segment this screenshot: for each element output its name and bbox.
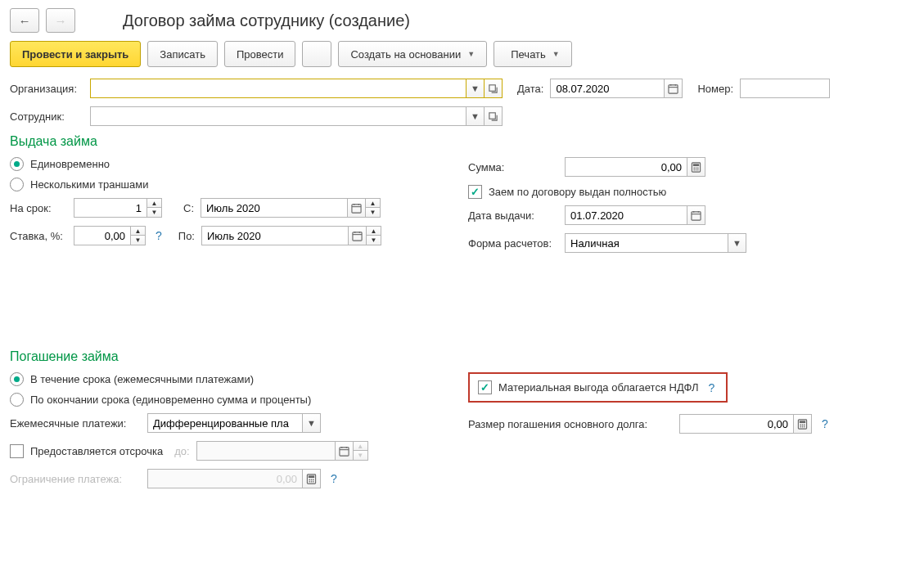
form-label: Форма расчетов: (468, 237, 558, 250)
open-icon[interactable] (485, 106, 503, 126)
chevron-down-icon: ▼ (552, 50, 560, 58)
defer-to-label: до: (174, 445, 189, 457)
defer-spinner: ▲▼ (354, 441, 368, 461)
post-and-close-button[interactable]: Провести и закрыть (10, 41, 141, 67)
employee-field[interactable]: ▼ (90, 106, 503, 126)
toolbar: Провести и закрыть Записать Провести Соз… (10, 41, 914, 67)
organization-input[interactable] (90, 79, 467, 98)
radio-icon (10, 178, 24, 191)
term-spinner[interactable]: ▲▼ (147, 198, 162, 218)
defer-checkbox[interactable]: Предоставляется отсрочка (10, 444, 163, 458)
defer-input (196, 441, 336, 461)
calendar-icon (336, 441, 354, 461)
principal-label: Размер погашения основного долга: (468, 418, 673, 430)
date-field[interactable] (550, 79, 683, 98)
checkbox-icon (10, 444, 24, 458)
dropdown-icon[interactable]: ▼ (467, 79, 485, 98)
calendar-icon[interactable] (687, 205, 705, 225)
calendar-icon[interactable] (348, 198, 366, 218)
from-input[interactable] (201, 198, 348, 218)
number-input[interactable] (740, 79, 830, 98)
ndfl-highlight-box: Материальная выгода облагается НДФЛ ? (468, 372, 728, 403)
rate-input[interactable] (74, 226, 131, 245)
employee-label: Сотрудник: (10, 110, 83, 123)
term-input[interactable] (74, 198, 147, 218)
to-label: По: (178, 230, 195, 242)
sum-label: Сумма: (468, 161, 558, 173)
issue-date-label: Дата выдачи: (468, 209, 558, 222)
radio-icon (10, 372, 24, 386)
radio-at-end[interactable]: По окончании срока (единовременно сумма … (10, 393, 435, 407)
dropdown-icon[interactable]: ▼ (467, 106, 485, 126)
create-based-on-button[interactable]: Создать на основании▼ (338, 41, 487, 67)
loan-full-checkbox[interactable]: Заем по договору выдан полностью (468, 185, 746, 199)
monthly-input[interactable] (147, 413, 303, 433)
organization-label: Организация: (10, 83, 83, 95)
open-icon[interactable] (485, 79, 503, 98)
limit-input (147, 469, 303, 488)
calculator-icon[interactable] (687, 157, 705, 177)
repay-section-title: Погашение займа (10, 349, 914, 364)
limit-label: Ограничение платежа: (10, 473, 141, 485)
help-icon[interactable]: ? (331, 472, 337, 485)
dropdown-icon[interactable]: ▼ (303, 413, 321, 433)
calculator-icon (303, 469, 321, 488)
page-title: Договор займа сотруднику (создание) (123, 11, 410, 30)
help-icon[interactable]: ? (708, 381, 714, 394)
post-button[interactable]: Провести (224, 41, 296, 67)
date-input[interactable] (550, 79, 665, 98)
organization-field[interactable]: ▼ (90, 79, 503, 98)
print-button[interactable]: Печать▼ (494, 41, 572, 67)
radio-once[interactable]: Единовременно (10, 157, 435, 171)
ndfl-checkbox[interactable] (478, 380, 492, 394)
checkbox-icon (468, 185, 482, 199)
monthly-label: Ежемесячные платежи: (10, 417, 141, 430)
help-icon[interactable]: ? (822, 417, 828, 430)
sum-input[interactable] (565, 157, 687, 177)
save-button[interactable]: Записать (147, 41, 218, 67)
radio-tranches[interactable]: Несколькими траншами (10, 178, 435, 191)
radio-icon (10, 393, 24, 407)
nav-back-button[interactable]: ← (10, 8, 39, 33)
calendar-icon[interactable] (665, 79, 683, 98)
rate-label: Ставка, %: (10, 230, 67, 242)
from-label: С: (183, 202, 194, 214)
chevron-down-icon: ▼ (467, 50, 475, 58)
radio-icon (10, 157, 24, 171)
from-spinner[interactable]: ▲▼ (366, 198, 381, 218)
rate-spinner[interactable]: ▲▼ (131, 226, 146, 245)
issue-section-title: Выдача займа (10, 134, 914, 149)
radio-during[interactable]: В течение срока (ежемесячными платежами) (10, 372, 435, 386)
form-input[interactable] (565, 233, 728, 253)
number-label: Номер: (697, 83, 733, 95)
date-label: Дата: (517, 83, 543, 95)
ndfl-label: Материальная выгода облагается НДФЛ (498, 381, 698, 394)
employee-input[interactable] (90, 106, 467, 126)
to-input[interactable] (201, 226, 349, 245)
calculator-icon[interactable] (794, 414, 812, 434)
calendar-icon[interactable] (349, 226, 367, 245)
help-icon[interactable]: ? (156, 229, 162, 242)
principal-input[interactable] (679, 414, 794, 434)
issue-date-input[interactable] (565, 205, 687, 225)
dropdown-icon[interactable]: ▼ (728, 233, 746, 253)
to-spinner[interactable]: ▲▼ (367, 226, 381, 245)
attach-button[interactable] (302, 41, 331, 67)
nav-forward-button[interactable]: → (46, 8, 75, 33)
term-label: На срок: (10, 202, 67, 214)
